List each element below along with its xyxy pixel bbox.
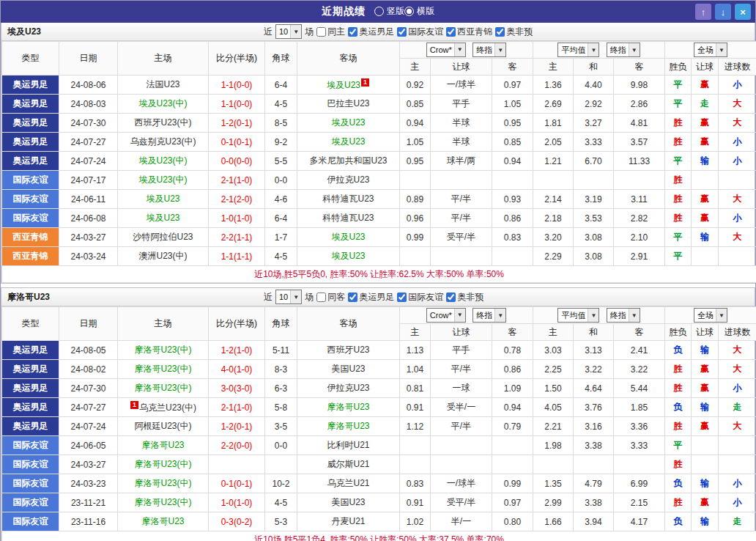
league-checkbox-input[interactable] [495,27,505,37]
same-venue-input[interactable] [316,292,326,302]
near-label: 近 [264,26,273,38]
league-filter-checkbox[interactable]: 国际友谊 [397,26,443,38]
league-checkbox-input[interactable] [397,27,407,37]
close-button[interactable]: × [735,4,751,20]
results-table: 类型 日期 主场 比分(半场) 角球 客场 Crow*▼ 终指▼ 平均值▼ 终指… [1,306,756,541]
bookmaker-select[interactable]: Crow*▼ [426,308,466,323]
col-header-home: 主场 [118,307,209,341]
chevron-down-icon: ▼ [588,309,598,322]
average-select[interactable]: 平均值▼ [557,43,599,57]
layout-radio-option[interactable]: 竖版 [374,5,404,18]
odds-away-cell [492,171,533,190]
result-cell: 平 [665,76,692,95]
home-team-cell: 摩洛哥U23(中) [118,360,209,379]
goals-cell: 走 [719,512,756,531]
odds-handicap-cell: 半球 [431,133,492,152]
odds-handicap-cell: 平手 [431,95,492,114]
away-team-cell: 美国U23 [297,360,400,379]
col-header-odds-handicap: 让球 [431,59,492,76]
date-cell: 24-07-17 [59,171,118,190]
scope-select[interactable]: 全场▼ [694,43,727,57]
scope-select[interactable]: 全场▼ [694,308,727,323]
col-header-corner: 角球 [265,307,297,341]
league-label: 奥运男足 [359,291,394,303]
match-count-select[interactable]: 10▼ [275,24,302,39]
summary-text: 近10场,胜5平1负4, 胜率:50% 让胜率:50% 大率:37.5% 单率:… [2,531,756,541]
match-row: 奥运男足24-07-30摩洛哥U23(中)3-0(3-0)6-3伊拉克U230.… [2,379,756,398]
odds-away-cell: 0.86 [492,209,533,228]
final-odds-select-2[interactable]: 终指▼ [607,43,640,57]
league-filter-checkbox[interactable]: 奥运男足 [348,26,394,38]
league-filter-checkbox[interactable]: 奥非预 [446,291,483,303]
same-venue-checkbox[interactable]: 同客 [316,291,345,303]
match-row: 国际友谊24-07-17埃及U23(中)2-1(1-0)0-0伊拉克U23胜 [2,171,756,190]
final-odds-select[interactable]: 终指▼ [472,308,506,323]
odds-away-cell: 0.83 [492,228,533,247]
radio-label: 竖版 [387,5,404,18]
average-select[interactable]: 平均值▼ [557,308,599,323]
bookmaker-select[interactable]: Crow*▼ [426,43,466,57]
final-odds-select[interactable]: 终指▼ [472,43,506,57]
odds-home-cell: 0.83 [400,474,431,493]
move-down-button[interactable]: ↓ [715,4,731,20]
avg-away-cell: 2.86 [614,95,665,114]
move-up-button[interactable]: ↑ [695,4,711,20]
col-header-odds-handicap: 让球 [431,324,492,341]
league-checkbox-input[interactable] [348,27,357,37]
layout-radio-option[interactable]: 横版 [404,5,434,18]
goals-cell: 小 [719,76,756,95]
odds-home-cell: 1.04 [400,360,431,379]
col-header-result: 胜负 [665,59,692,76]
goals-cell: 大 [719,114,756,133]
league-filter-checkbox[interactable]: 奥非预 [495,26,533,38]
result-cell: 平 [665,436,692,455]
bookmaker-select-cell: Crow*▼ 终指▼ [400,42,533,59]
match-count-select[interactable]: 10▼ [275,290,302,304]
goals-cell: 大 [719,95,756,114]
league-checkbox-input[interactable] [397,292,407,302]
team-name-heading: 摩洛哥U23 [7,291,50,303]
team-name: 埃及U23(中) [138,174,187,185]
home-team-cell: 埃及U23 [118,209,209,228]
away-team-cell: 比利时U21 [297,436,400,455]
league-checkbox-input[interactable] [348,292,357,302]
match-row: 奥运男足24-08-02摩洛哥U23(中)4-0(1-0)8-3美国U231.0… [2,360,756,379]
titlebar-buttons: ↑ ↓ × [695,4,751,20]
away-team-cell: 丹麦U21 [297,512,400,531]
home-team-cell: 沙特阿拉伯U23 [118,228,209,247]
corner-cell: 5-11 [265,341,297,360]
avg-draw-cell: 3.16 [574,417,614,436]
avg-away-cell: 3.11 [614,190,665,209]
score-cell: 1-1(0-0) [209,95,265,114]
odds-handicap-cell: 平/半 [431,417,492,436]
same-venue-input[interactable] [316,27,326,37]
league-checkbox-input[interactable] [446,292,456,302]
match-row: 奥运男足24-07-24埃及U23(中)0-0(0-0)5-5多米尼加共和国U2… [2,152,756,171]
final-odds-select-2[interactable]: 终指▼ [607,308,640,323]
recent-results-panel: 近期战绩 竖版横版 ↑ ↓ × 埃及U23 近 10▼ 场 同主 奥运男足国际友… [0,0,756,541]
match-row: 国际友谊24-06-05摩洛哥U232-2(0-0)0-0比利时U211.983… [2,436,756,455]
col-header-corner: 角球 [265,42,297,76]
col-header-odds-away: 客 [492,324,533,341]
home-team-cell: 埃及U23(中) [118,171,209,190]
team-name: 埃及U23 [331,232,365,242]
avg-home-cell: 2.18 [533,209,574,228]
filter-bar: 近 10▼ 场 同主 奥运男足国际友谊西亚青锦奥非预 [264,24,533,39]
league-checkbox-input[interactable] [446,27,456,37]
odds-away-cell [492,455,533,474]
away-team-cell: 摩洛哥U23 [297,417,400,436]
league-filter-checkbox[interactable]: 国际友谊 [397,291,443,303]
home-team-cell: 乌兹别克U23(中) [118,133,209,152]
home-team-cell: 阿根廷U23(中) [118,417,209,436]
col-header-handicap-result: 让球 [692,59,719,76]
same-venue-checkbox[interactable]: 同主 [316,26,345,38]
odds-handicap-cell: 受平/半 [431,228,492,247]
handicap-result-cell: 赢 [692,417,719,436]
date-cell: 24-07-24 [59,152,118,171]
league-filter-checkbox[interactable]: 奥运男足 [348,291,394,303]
odds-handicap-cell: 平/半 [431,360,492,379]
team-name: 摩洛哥U23(中) [134,364,191,374]
league-filter-checkbox[interactable]: 西亚青锦 [446,26,492,38]
team-name: 丹麦U21 [331,516,365,526]
match-type-cell: 奥运男足 [2,133,59,152]
